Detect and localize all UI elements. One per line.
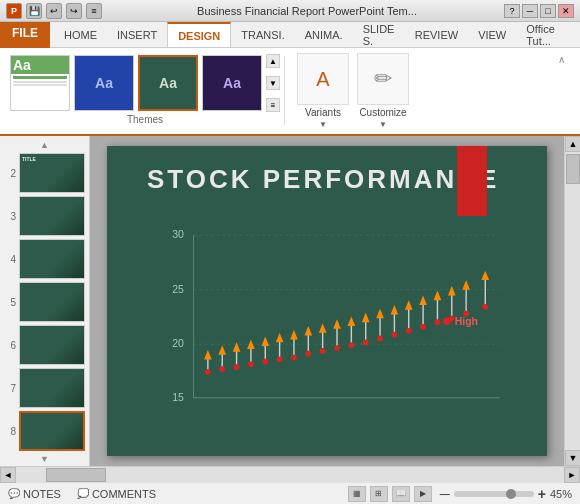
- themes-label: Themes: [10, 114, 280, 125]
- status-bar: 💬 NOTES 💭 COMMENTS ▦ ⊞ 📖 ▶ ─ + 45%: [0, 482, 580, 504]
- svg-marker-62: [448, 286, 456, 296]
- svg-marker-50: [391, 305, 399, 315]
- maximize-button[interactable]: □: [540, 4, 556, 18]
- svg-marker-29: [290, 330, 298, 340]
- slide-preview-3: [19, 196, 85, 236]
- close-button[interactable]: ✕: [558, 4, 574, 18]
- slide-sorter-icon[interactable]: ⊞: [370, 486, 388, 502]
- zoom-thumb[interactable]: [506, 489, 516, 499]
- tab-review[interactable]: REVIEW: [405, 22, 468, 47]
- customize-icon[interactable]: ≡: [86, 3, 102, 19]
- svg-point-54: [406, 328, 412, 334]
- slide-preview-7: [19, 368, 85, 408]
- h-scroll-left-button[interactable]: ◄: [0, 467, 16, 483]
- tab-view[interactable]: VIEW: [468, 22, 516, 47]
- svg-marker-41: [348, 316, 356, 326]
- chart-area: 30 25 20 15: [147, 216, 527, 436]
- h-scroll-right-button[interactable]: ►: [564, 467, 580, 483]
- variants-button[interactable]: A: [297, 53, 349, 105]
- tab-design[interactable]: DESIGN: [167, 22, 231, 47]
- tab-office[interactable]: Office Tut...: [516, 22, 576, 47]
- theme-item-1[interactable]: Aa: [10, 55, 70, 111]
- slide-panel-scroll-up[interactable]: ▲: [4, 140, 85, 150]
- notes-label: NOTES: [23, 488, 61, 500]
- slide-thumb-2[interactable]: 2 TITLE: [4, 153, 85, 193]
- normal-view-icon[interactable]: ▦: [348, 486, 366, 502]
- scroll-up-button[interactable]: ▲: [565, 136, 580, 152]
- theme-item-3[interactable]: Aa: [138, 55, 198, 111]
- svg-text:20: 20: [172, 337, 184, 349]
- slide-thumb-7[interactable]: 7: [4, 368, 85, 408]
- svg-point-12: [205, 369, 211, 375]
- tab-insert[interactable]: INSERT: [107, 22, 167, 47]
- svg-point-36: [320, 348, 326, 354]
- scroll-thumb[interactable]: [566, 154, 580, 184]
- svg-point-51: [392, 332, 398, 338]
- comments-label: COMMENTS: [92, 488, 156, 500]
- svg-point-70: [443, 317, 451, 325]
- slideshow-icon[interactable]: ▶: [414, 486, 432, 502]
- redo-icon[interactable]: ↪: [66, 3, 82, 19]
- window-title: Business Financial Report PowerPoint Tem…: [110, 5, 504, 17]
- theme-item-2[interactable]: Aa: [74, 55, 134, 111]
- svg-marker-59: [434, 291, 442, 301]
- svg-marker-14: [218, 345, 226, 355]
- slide-thumb-4[interactable]: 4: [4, 239, 85, 279]
- slide-panel-scroll-down[interactable]: ▼: [4, 454, 85, 464]
- svg-point-39: [334, 345, 340, 351]
- theme-scroll-up[interactable]: ▲: [266, 54, 280, 68]
- vertical-scrollbar: ▲ ▼: [564, 136, 580, 466]
- undo-icon[interactable]: ↩: [46, 3, 62, 19]
- ribbon-tabs: HOME INSERT DESIGN TRANSI. ANIMA. SLIDE …: [50, 22, 580, 48]
- collapse-ribbon-button[interactable]: ∧: [558, 54, 572, 68]
- slide-num-7: 7: [4, 383, 16, 394]
- notes-button[interactable]: 💬 NOTES: [8, 488, 61, 500]
- slide-canvas[interactable]: STOCK PERFORMANCE 30 25 20: [107, 146, 547, 456]
- h-scroll-thumb[interactable]: [46, 468, 106, 482]
- slide-thumb-5[interactable]: 5: [4, 282, 85, 322]
- slide-num-5: 5: [4, 297, 16, 308]
- zoom-plus[interactable]: +: [538, 486, 546, 502]
- status-right: ▦ ⊞ 📖 ▶ ─ + 45%: [348, 486, 572, 502]
- theme-item-4[interactable]: Aa: [202, 55, 262, 111]
- title-bar-icons: P 💾 ↩ ↪ ≡: [6, 3, 102, 19]
- red-accent-bar: [457, 146, 487, 216]
- tab-home[interactable]: HOME: [54, 22, 107, 47]
- minimize-button[interactable]: ─: [522, 4, 538, 18]
- theme-more[interactable]: ≡: [266, 98, 280, 112]
- tab-transitions[interactable]: TRANSI.: [231, 22, 294, 47]
- help-button[interactable]: ?: [504, 4, 520, 18]
- comments-button[interactable]: 💭 COMMENTS: [77, 488, 156, 500]
- customize-button[interactable]: ✏: [357, 53, 409, 105]
- scroll-down-button[interactable]: ▼: [565, 450, 580, 466]
- svg-point-27: [277, 357, 283, 363]
- svg-text:15: 15: [172, 391, 184, 403]
- app-icon: P: [6, 3, 22, 19]
- zoom-controls: ─ + 45%: [440, 486, 572, 502]
- slide-thumb-8[interactable]: 8: [4, 411, 85, 451]
- slide-num-2: 2: [4, 168, 16, 179]
- tab-animations[interactable]: ANIMA.: [295, 22, 353, 47]
- slide-num-8: 8: [4, 426, 16, 437]
- zoom-minus[interactable]: ─: [440, 486, 450, 502]
- svg-marker-32: [304, 326, 312, 336]
- svg-marker-65: [462, 280, 470, 290]
- zoom-level[interactable]: 45%: [550, 488, 572, 500]
- theme-scroll-down[interactable]: ▼: [266, 76, 280, 90]
- svg-point-15: [219, 366, 225, 372]
- slide-thumb-3[interactable]: 3: [4, 196, 85, 236]
- slide-preview-6: [19, 325, 85, 365]
- main-area: ▲ 2 TITLE 3 4 5 6 7: [0, 136, 580, 466]
- save-icon[interactable]: 💾: [26, 3, 42, 19]
- slide-thumb-6[interactable]: 6: [4, 325, 85, 365]
- file-tab[interactable]: FILE: [0, 22, 50, 48]
- svg-point-24: [262, 359, 268, 365]
- svg-point-33: [305, 351, 311, 357]
- reading-view-icon[interactable]: 📖: [392, 486, 410, 502]
- scroll-track: [565, 152, 580, 450]
- svg-point-69: [482, 304, 488, 310]
- view-icons: ▦ ⊞ 📖 ▶: [348, 486, 432, 502]
- tab-slideshow[interactable]: SLIDE S.: [353, 22, 405, 47]
- svg-marker-68: [481, 271, 489, 281]
- zoom-slider[interactable]: [454, 491, 534, 497]
